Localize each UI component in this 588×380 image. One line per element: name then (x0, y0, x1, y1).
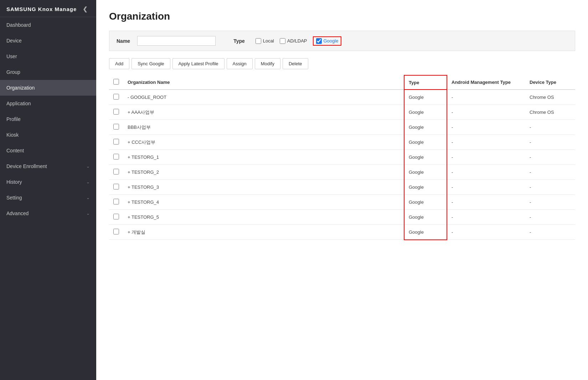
action-bar: Add Sync Google Apply Latest Profile Ass… (109, 58, 575, 69)
sidebar-item-user[interactable]: User (0, 49, 96, 64)
sidebar-item-dashboard[interactable]: Dashboard (0, 17, 96, 33)
sidebar-nav: DashboardDeviceUserGroupOrganizationAppl… (0, 17, 96, 221)
adldap-checkbox-item[interactable]: AD/LDAP (280, 38, 307, 44)
sidebar-item-label-profile: Profile (6, 116, 21, 122)
row-select-checkbox[interactable] (113, 229, 119, 234)
sidebar-item-history[interactable]: History⌄ (0, 174, 96, 190)
row-checkbox-cell (109, 150, 123, 165)
table-row: + TESTORG_5 Google - - (109, 210, 575, 225)
row-select-checkbox[interactable] (113, 169, 119, 174)
row-checkbox-cell (109, 120, 123, 135)
sidebar-item-device-enrollment[interactable]: Device Enrollment⌄ (0, 158, 96, 174)
row-checkbox-cell (109, 105, 123, 120)
local-checkbox[interactable] (256, 38, 261, 44)
header-device-type: Device Type (525, 75, 575, 90)
sidebar-item-profile[interactable]: Profile (0, 111, 96, 127)
assign-button[interactable]: Assign (227, 58, 253, 69)
row-android-mgmt: - (447, 165, 525, 180)
row-device-type: - (525, 195, 575, 210)
row-org-name: - GOOGLE_ROOT (123, 90, 404, 105)
sidebar-item-device[interactable]: Device (0, 33, 96, 49)
row-device-type: Chrome OS (525, 105, 575, 120)
row-org-name: + TESTORG_2 (123, 165, 404, 180)
sidebar-item-advanced[interactable]: Advanced⌄ (0, 206, 96, 221)
sidebar-item-organization[interactable]: Organization (0, 80, 96, 96)
apply-latest-profile-button[interactable]: Apply Latest Profile (172, 58, 225, 69)
row-select-checkbox[interactable] (113, 139, 119, 145)
row-android-mgmt: - (447, 150, 525, 165)
row-checkbox-cell (109, 180, 123, 195)
row-select-checkbox[interactable] (113, 199, 119, 204)
select-all-checkbox[interactable] (113, 79, 119, 85)
row-select-checkbox[interactable] (113, 184, 119, 189)
sidebar-item-label-setting: Setting (6, 195, 22, 201)
name-filter-input[interactable] (137, 36, 216, 46)
local-checkbox-item[interactable]: Local (256, 38, 274, 44)
table-row: + TESTORG_2 Google - - (109, 165, 575, 180)
row-checkbox-cell (109, 135, 123, 150)
row-select-checkbox[interactable] (113, 124, 119, 130)
row-type: Google (404, 120, 447, 135)
sidebar-item-content[interactable]: Content (0, 143, 96, 158)
sidebar-item-application[interactable]: Application (0, 96, 96, 111)
table-row: + TESTORG_4 Google - - (109, 195, 575, 210)
row-org-name: + TESTORG_1 (123, 150, 404, 165)
sidebar-item-group[interactable]: Group (0, 64, 96, 80)
row-org-name: + CCC사업부 (123, 135, 404, 150)
table-row: + TESTORG_3 Google - - (109, 180, 575, 195)
sidebar-item-label-dashboard: Dashboard (6, 22, 31, 28)
table-row: + AAA사업부 Google - Chrome OS (109, 105, 575, 120)
row-select-checkbox[interactable] (113, 109, 119, 115)
local-label[interactable]: Local (263, 38, 274, 44)
row-type: Google (404, 135, 447, 150)
row-android-mgmt: - (447, 180, 525, 195)
row-org-name: + TESTORG_4 (123, 195, 404, 210)
modify-button[interactable]: Modify (255, 58, 280, 69)
row-device-type: - (525, 150, 575, 165)
row-type: Google (404, 105, 447, 120)
chevron-icon-advanced: ⌄ (86, 211, 90, 216)
delete-button[interactable]: Delete (283, 58, 308, 69)
row-type: Google (404, 150, 447, 165)
sync-google-button[interactable]: Sync Google (131, 58, 170, 69)
row-type: Google (404, 210, 447, 225)
table-body: - GOOGLE_ROOT Google - Chrome OS + AAA사업… (109, 90, 575, 240)
row-android-mgmt: - (447, 105, 525, 120)
adldap-checkbox[interactable] (280, 38, 285, 44)
row-device-type: - (525, 225, 575, 240)
row-select-checkbox[interactable] (113, 94, 119, 100)
sidebar-item-label-device: Device (6, 38, 22, 44)
organization-table: Organization Name Type Android Managemen… (109, 75, 575, 240)
sidebar: SAMSUNG Knox Manage ❮ DashboardDeviceUse… (0, 0, 96, 380)
row-type: Google (404, 165, 447, 180)
row-checkbox-cell (109, 225, 123, 240)
row-android-mgmt: - (447, 120, 525, 135)
chevron-icon-setting: ⌄ (86, 195, 90, 200)
row-device-type: - (525, 165, 575, 180)
row-android-mgmt: - (447, 90, 525, 105)
sidebar-collapse-button[interactable]: ❮ (81, 5, 90, 13)
sidebar-item-label-content: Content (6, 148, 24, 153)
adldap-label[interactable]: AD/LDAP (287, 38, 307, 44)
sidebar-item-kiosk[interactable]: Kiosk (0, 127, 96, 143)
row-android-mgmt: - (447, 225, 525, 240)
sidebar-item-label-advanced: Advanced (6, 211, 29, 216)
header-checkbox-col (109, 75, 123, 90)
google-label[interactable]: Google (324, 38, 339, 44)
row-checkbox-cell (109, 165, 123, 180)
google-checkbox-wrapper: Google (313, 36, 342, 46)
google-checkbox[interactable] (316, 38, 322, 44)
row-select-checkbox[interactable] (113, 154, 119, 159)
row-checkbox-cell (109, 210, 123, 225)
row-device-type: - (525, 120, 575, 135)
sidebar-item-label-kiosk: Kiosk (6, 132, 19, 138)
chevron-icon-history: ⌄ (86, 179, 90, 184)
header-type: Type (404, 75, 447, 90)
add-button[interactable]: Add (109, 58, 129, 69)
row-type: Google (404, 90, 447, 105)
main-content-area: Organization Name Type Local AD/LDAP Goo… (96, 0, 588, 380)
row-select-checkbox[interactable] (113, 214, 119, 219)
row-org-name: + AAA사업부 (123, 105, 404, 120)
table-row: + TESTORG_1 Google - - (109, 150, 575, 165)
sidebar-item-setting[interactable]: Setting⌄ (0, 190, 96, 206)
